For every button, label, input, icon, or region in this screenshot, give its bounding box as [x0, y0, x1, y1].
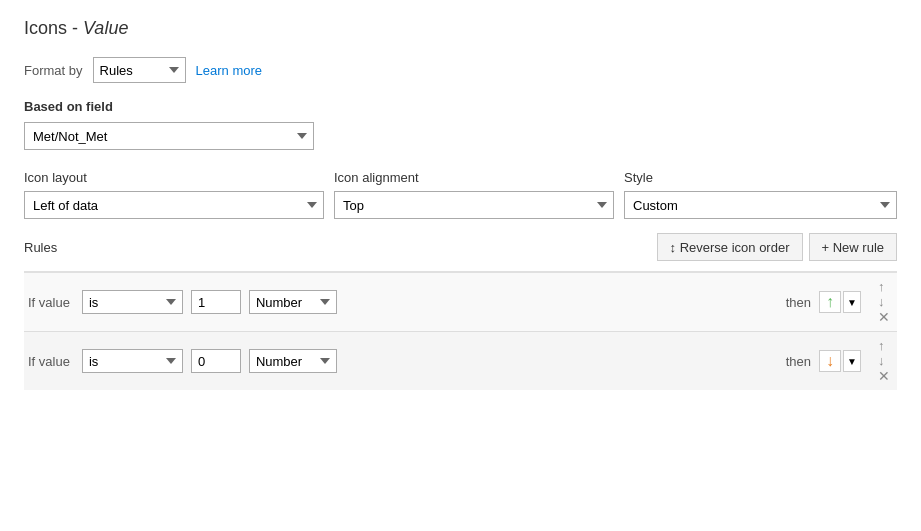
style-label: Style: [624, 170, 897, 185]
remove-rule-1[interactable]: ✕: [875, 309, 893, 325]
then-label-2: then: [782, 332, 815, 391]
based-on-field-label: Based on field: [24, 99, 897, 114]
down-arrow-icon: ↓: [826, 352, 834, 370]
new-rule-button[interactable]: + New rule: [809, 233, 898, 261]
remove-rule-2[interactable]: ✕: [875, 368, 893, 384]
icon-picker-1: ↑ ▼: [819, 291, 861, 313]
if-label-1: If value: [24, 272, 78, 332]
format-by-dropdown[interactable]: Rules Field value Gradient: [93, 57, 186, 83]
learn-more-link[interactable]: Learn more: [196, 63, 262, 78]
move-up-1[interactable]: ↑: [875, 279, 888, 294]
table-row: If value is is not greater than less tha…: [24, 332, 897, 391]
rules-table: If value is is not greater than less tha…: [24, 271, 897, 390]
based-on-field-dropdown[interactable]: Met/Not_Met Other Field: [24, 122, 314, 150]
then-label-1: then: [782, 272, 815, 332]
icon-display-1[interactable]: ↑: [819, 291, 841, 313]
value-input-1[interactable]: [191, 290, 241, 314]
reverse-icon-order-button[interactable]: ↕ Reverse icon order: [657, 233, 803, 261]
style-section: Style Custom 3 Signs 3 Symbols 3 Traffic…: [624, 170, 897, 219]
icon-caret-1[interactable]: ▼: [843, 291, 861, 313]
rules-header: Rules ↕ Reverse icon order + New rule: [24, 233, 897, 261]
page-title-plain: Icons -: [24, 18, 83, 38]
type-dropdown-1[interactable]: Number Percent Percentile: [249, 290, 337, 314]
move-up-2[interactable]: ↑: [875, 338, 888, 353]
format-by-row: Format by Rules Field value Gradient Lea…: [24, 57, 897, 83]
layout-alignment-style-row: Icon layout Left of data Right of data A…: [24, 170, 897, 219]
icon-alignment-label: Icon alignment: [334, 170, 614, 185]
type-dropdown-2[interactable]: Number Percent Percentile: [249, 349, 337, 373]
icon-caret-2[interactable]: ▼: [843, 350, 861, 372]
icon-layout-section: Icon layout Left of data Right of data A…: [24, 170, 324, 219]
icon-layout-dropdown[interactable]: Left of data Right of data Above data Be…: [24, 191, 324, 219]
condition-dropdown-2[interactable]: is is not greater than less than: [82, 349, 183, 373]
move-down-1[interactable]: ↓: [875, 294, 888, 309]
page-title-italic: Value: [83, 18, 128, 38]
up-arrow-icon: ↑: [826, 293, 834, 311]
value-input-2[interactable]: [191, 349, 241, 373]
icon-layout-label: Icon layout: [24, 170, 324, 185]
icon-display-2[interactable]: ↓: [819, 350, 841, 372]
icon-alignment-dropdown[interactable]: Top Middle Bottom: [334, 191, 614, 219]
condition-dropdown-1[interactable]: is is not greater than less than: [82, 290, 183, 314]
move-down-2[interactable]: ↓: [875, 353, 888, 368]
page-title: Icons - Value: [24, 18, 897, 39]
based-on-field-section: Based on field Met/Not_Met Other Field: [24, 99, 897, 150]
if-label-2: If value: [24, 332, 78, 391]
icon-alignment-section: Icon alignment Top Middle Bottom: [334, 170, 614, 219]
icon-picker-2: ↓ ▼: [819, 350, 861, 372]
format-by-label: Format by: [24, 63, 83, 78]
style-dropdown[interactable]: Custom 3 Signs 3 Symbols 3 Traffic Light…: [624, 191, 897, 219]
rules-label: Rules: [24, 240, 57, 255]
table-row: If value is is not greater than less tha…: [24, 272, 897, 332]
rules-buttons: ↕ Reverse icon order + New rule: [657, 233, 897, 261]
